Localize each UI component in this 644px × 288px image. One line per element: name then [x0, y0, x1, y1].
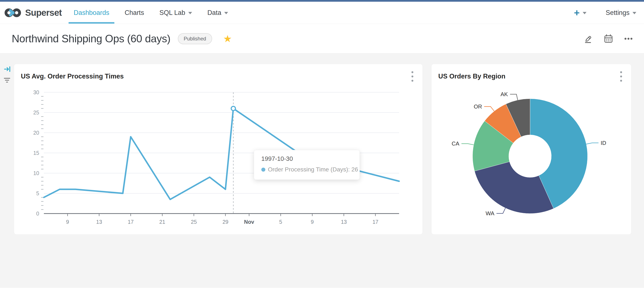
- edit-dashboard-button[interactable]: [582, 32, 596, 46]
- svg-text:25: 25: [33, 110, 39, 115]
- schedule-button[interactable]: [602, 32, 616, 46]
- superset-logo[interactable]: Superset: [4, 8, 66, 18]
- superset-infinity-icon: [4, 8, 21, 17]
- svg-text:CA: CA: [452, 140, 460, 147]
- donut-chart[interactable]: IDWACAORAK: [432, 64, 632, 235]
- svg-text:15: 15: [33, 150, 39, 156]
- svg-text:21: 21: [159, 219, 165, 225]
- svg-text:17: 17: [372, 219, 378, 225]
- dashboard-header: Northwind Shipping Ops (60 days) Publish…: [0, 24, 644, 54]
- chevron-down-icon: [224, 12, 228, 14]
- tooltip-date: 1997-10-30: [261, 155, 360, 162]
- nav-item-sql-lab[interactable]: SQL Lab: [152, 2, 200, 24]
- filter-icon: [4, 77, 11, 84]
- more-actions-button[interactable]: [622, 32, 636, 46]
- chart-card-order-processing: US Avg. Order Processing Times 051015202…: [14, 64, 423, 235]
- svg-text:17: 17: [128, 219, 134, 225]
- navbar: Superset Dashboards Charts SQL Lab Data …: [0, 2, 644, 24]
- tooltip-series-text: Order Processing Time (Days): 26: [268, 166, 358, 173]
- edit-pencil-icon: [584, 34, 593, 44]
- nav-menu: Dashboards Charts SQL Lab Data: [66, 2, 236, 24]
- expand-filter-bar-button[interactable]: [4, 65, 11, 74]
- chevron-down-icon: [632, 12, 636, 14]
- header-actions: [582, 32, 636, 46]
- tooltip-row: Order Processing Time (Days): 26: [261, 166, 360, 173]
- svg-text:WA: WA: [486, 210, 494, 217]
- series-dot-icon: [261, 168, 265, 172]
- page-title: Northwind Shipping Ops (60 days): [12, 32, 170, 45]
- chevron-down-icon: [188, 12, 192, 14]
- favorite-star-icon[interactable]: ★: [223, 34, 232, 44]
- svg-text:30: 30: [33, 89, 39, 95]
- chart-tooltip: 1997-10-30 Order Processing Time (Days):…: [254, 150, 360, 180]
- navbar-right: + Settings: [574, 8, 636, 18]
- top-accent-bar: [0, 0, 644, 2]
- calendar-icon: [604, 34, 613, 44]
- line-chart[interactable]: 05101520253091317212529Nov591317: [14, 64, 423, 235]
- svg-text:5: 5: [279, 219, 282, 225]
- svg-text:25: 25: [191, 219, 197, 225]
- svg-text:0: 0: [36, 211, 39, 217]
- svg-text:ID: ID: [600, 140, 606, 146]
- plus-icon: +: [574, 8, 580, 18]
- ellipsis-icon: [624, 34, 633, 44]
- svg-text:29: 29: [222, 219, 228, 225]
- svg-text:10: 10: [33, 170, 39, 176]
- filter-list-button[interactable]: [4, 77, 11, 85]
- new-item-button[interactable]: +: [574, 8, 586, 18]
- svg-text:13: 13: [341, 219, 347, 225]
- nav-item-charts[interactable]: Charts: [117, 2, 152, 24]
- svg-text:Nov: Nov: [244, 219, 254, 225]
- settings-menu[interactable]: Settings: [606, 9, 636, 16]
- brand-name: Superset: [25, 8, 62, 18]
- svg-text:9: 9: [311, 219, 314, 225]
- chart-card-orders-by-region: US Orders By Region IDWACAORAK: [431, 64, 632, 235]
- nav-item-data[interactable]: Data: [200, 2, 236, 24]
- svg-text:9: 9: [66, 219, 69, 225]
- svg-text:OR: OR: [474, 103, 482, 110]
- published-badge[interactable]: Published: [178, 33, 212, 44]
- svg-text:AK: AK: [500, 91, 508, 97]
- svg-text:20: 20: [33, 130, 39, 136]
- expand-arrow-icon: [4, 65, 11, 73]
- nav-item-dashboards[interactable]: Dashboards: [66, 2, 117, 24]
- chevron-down-icon: [583, 12, 586, 14]
- svg-text:13: 13: [96, 219, 102, 225]
- dashboard-grid: US Avg. Order Processing Times 051015202…: [0, 54, 644, 288]
- svg-text:5: 5: [36, 190, 39, 196]
